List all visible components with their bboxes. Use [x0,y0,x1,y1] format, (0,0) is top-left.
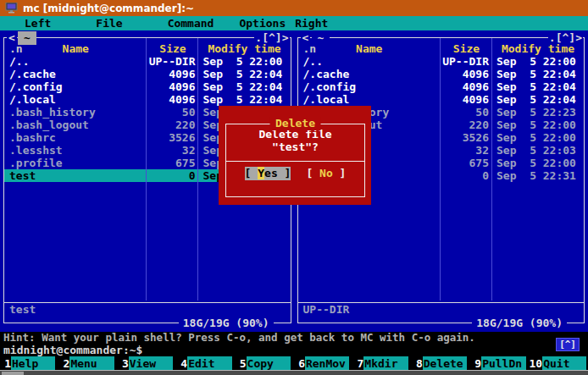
panel-history-left-icon[interactable]: < [301,31,311,44]
file-name: /.. [298,55,441,68]
file-size: 220 [147,119,199,131]
shell-prompt[interactable]: midnight@commander:~$ [0,344,588,356]
fkey-number: 4 [176,356,187,371]
fkey-number: 5 [236,356,247,371]
delete-dialog: Delete Delete file "test"? [ Yes ] [ No … [219,106,371,205]
fkey-label: RenMov [305,356,349,371]
menu-options[interactable]: Options [239,16,286,30]
file-size: 50 [147,106,199,119]
panel-scroll-markers-icon[interactable]: .[^]> [548,31,583,44]
file-size: 3526 [441,131,492,144]
file-size: 4096 [441,80,492,93]
menu-command[interactable]: Command [168,16,214,30]
file-mtime: Sep 5 22:04 [199,93,291,106]
function-key-bar: 1Help2Menu3View4Edit5Copy6RenMov7Mkdir8D… [0,356,588,371]
fkey-renmov[interactable]: 6RenMov [294,356,352,371]
file-name: /.config [298,80,441,93]
menu-file[interactable]: File [96,16,122,30]
file-name: .bash_logout [4,119,147,131]
fkey-edit[interactable]: 4Edit [176,356,235,371]
fkey-number: 3 [118,356,129,371]
dialog-message-line2: "test"? [226,141,364,153]
file-row[interactable]: /.local4096Sep 5 22:04 [4,93,291,106]
file-name: /.local [298,93,441,106]
fkey-help[interactable]: 1Help [0,356,58,371]
column-separator [197,38,198,301]
fkey-delete[interactable]: 8Delete [412,356,470,371]
window-title: mc [midnight@commander]:~ [23,3,194,14]
file-mtime: Sep 5 22:04 [199,80,291,93]
file-size: 32 [147,144,199,157]
fkey-view[interactable]: 3View [118,356,176,371]
fkey-pulldn[interactable]: 9PullDn [470,356,529,371]
menu-bar: LeftFileCommandOptionsRight [0,16,588,30]
disk-usage: 18G/19G (90%) [472,317,567,329]
window-titlebar[interactable]: mc [midnight@commander]:~ [0,0,588,16]
file-size: 675 [441,157,492,169]
column-separator [440,38,441,301]
fkey-quit[interactable]: 10Quit [530,356,588,371]
yes-button-rest: es ] [264,167,291,179]
fkey-label: Edit [187,356,231,371]
menu-left[interactable]: Left [25,16,51,30]
file-mtime: Sep 5 22:23 [492,106,584,119]
column-header-size[interactable]: Size [147,42,199,55]
file-mtime: Sep 5 22:04 [492,80,584,93]
file-row[interactable]: /.cache4096Sep 5 22:04 [298,68,585,80]
fkey-number: 9 [470,356,481,371]
fkey-number: 10 [530,356,543,371]
menu-right[interactable]: Right [295,16,328,30]
fkey-number: 2 [58,356,69,371]
left-panel-path[interactable]: ~ [18,31,36,45]
horizontal-scrollbar[interactable] [0,370,588,375]
column-headers: .n Name Size Modify time [298,42,585,55]
no-button-bracket: ] [333,167,347,179]
scroll-up-badge[interactable]: [^] [556,338,580,351]
file-row[interactable]: /.config4096Sep 5 22:04 [298,80,585,93]
file-name: .lesshst [4,144,147,157]
file-mtime: Sep 5 22:04 [199,68,291,80]
column-header-mtime[interactable]: Modify time [199,42,291,55]
file-mtime: Sep 5 22:00 [199,55,291,68]
file-mtime: Sep 5 22:03 [492,144,584,157]
yes-button-bracket: [ [245,167,258,179]
file-row[interactable]: /..UP--DIRSep 5 22:00 [4,55,291,68]
fkey-mkdir[interactable]: 7Mkdir [352,356,411,371]
file-size: 4096 [441,93,492,106]
terminal-monitor-icon [5,3,18,14]
fkey-label: Menu [69,356,114,371]
file-name: test [4,169,147,182]
file-size: 3526 [147,131,199,144]
fkey-copy[interactable]: 5Copy [236,356,294,371]
file-row[interactable]: /.config4096Sep 5 22:04 [4,80,291,93]
fkey-label: PullDn [481,356,525,371]
mc-window: mc [midnight@commander]:~ LeftFileComman… [0,0,588,375]
file-name: /.local [4,93,147,106]
file-size: 32 [441,144,492,157]
column-header-size[interactable]: Size [441,42,492,55]
file-name: /.config [4,80,147,93]
panel-scroll-markers-icon[interactable]: .[^]> [254,31,289,44]
file-row[interactable]: /..UP--DIRSep 5 22:00 [298,55,585,68]
file-row[interactable]: /.local4096Sep 5 22:04 [298,93,585,106]
mini-status: test [4,303,291,316]
no-button[interactable]: [ No ] [306,167,346,180]
file-name: .bashrc [4,131,147,144]
yes-button[interactable]: [ Yes ] [245,167,291,180]
fkey-menu[interactable]: 2Menu [58,356,117,371]
dialog-separator [226,161,364,162]
fkey-number: 6 [294,356,305,371]
file-mtime: Sep 5 22:04 [492,93,584,106]
panel-history-left-icon[interactable]: < [7,31,17,44]
file-mtime: Sep 5 22:00 [492,55,584,68]
dialog-buttons: [ Yes ] [ No ] [226,167,364,180]
right-panel-path[interactable]: ~ [312,31,330,45]
file-row[interactable]: /.cache4096Sep 5 22:04 [4,68,291,80]
file-size: 4096 [441,68,492,80]
file-mtime: Sep 5 22:00 [492,119,584,131]
hint-line: Hint: Want your plain shell? Press C-o, … [0,332,588,344]
file-mtime: Sep 5 22:04 [492,68,584,80]
column-header-mtime[interactable]: Modify time [492,42,584,55]
scrollbar-thumb[interactable] [2,372,24,375]
dialog-frame: Delete Delete file "test"? [ Yes ] [ No … [225,124,365,197]
